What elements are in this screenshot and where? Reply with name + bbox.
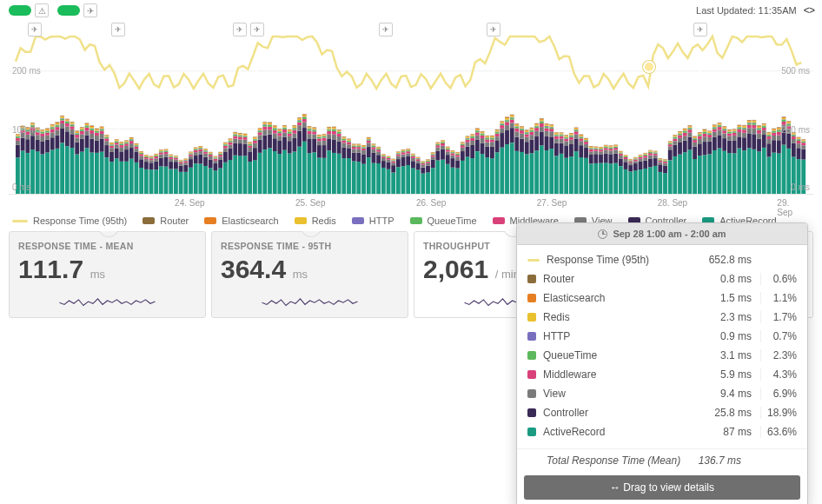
svg-rect-412 — [233, 132, 237, 133]
svg-rect-819 — [461, 161, 465, 194]
tooltip-header: Sep 28 1:00 am - 2:00 am — [517, 223, 807, 245]
svg-rect-1027 — [574, 139, 579, 151]
svg-rect-586 — [332, 139, 336, 153]
svg-rect-1400 — [777, 129, 781, 130]
legend-item-router[interactable]: Router — [143, 216, 189, 226]
status-pill-2[interactable]: ✈ — [57, 3, 97, 17]
legend-item-response_time_95th[interactable]: Response Time (95th) — [12, 216, 127, 226]
tooltip-row-router: Router0.8 ms0.6% — [517, 269, 807, 288]
svg-rect-696 — [391, 161, 395, 162]
svg-rect-1063 — [593, 154, 598, 163]
svg-rect-245 — [144, 159, 149, 162]
svg-rect-568 — [322, 145, 327, 158]
svg-rect-1077 — [599, 148, 603, 149]
svg-rect-1255 — [698, 135, 702, 136]
svg-rect-577 — [327, 139, 331, 150]
deploy-marker-icon[interactable]: ✈ — [693, 23, 707, 36]
svg-rect-1261 — [703, 142, 707, 155]
svg-rect-1125 — [628, 171, 633, 194]
svg-rect-964 — [540, 132, 544, 146]
legend-item-queuetime[interactable]: QueueTime — [410, 216, 477, 226]
svg-rect-1435 — [797, 139, 801, 141]
deploy-marker-icon[interactable]: ✈ — [250, 23, 264, 36]
svg-rect-515 — [293, 133, 297, 137]
svg-rect-730 — [411, 161, 415, 168]
svg-rect-1170 — [653, 166, 658, 194]
svg-rect-1029 — [574, 131, 579, 134]
hover-tooltip: Sep 28 1:00 am - 2:00 am Response Time (… — [516, 222, 808, 504]
status-pill-1[interactable]: ⚠ — [9, 3, 49, 17]
swatch-icon — [527, 313, 536, 322]
swatch-redis — [295, 217, 307, 224]
deploy-marker-icon[interactable]: ✈ — [111, 23, 125, 36]
svg-rect-189 — [115, 158, 119, 194]
svg-rect-1199 — [668, 146, 673, 149]
svg-rect-140 — [85, 125, 89, 126]
svg-rect-1426 — [792, 135, 796, 136]
svg-rect-1437 — [797, 138, 801, 139]
svg-rect-209 — [124, 146, 129, 149]
legend-item-redis[interactable]: Redis — [295, 216, 336, 226]
svg-rect-657 — [372, 163, 376, 194]
svg-rect-927 — [520, 152, 524, 194]
timeseries-chart[interactable]: 200 ms 100 ms 0 ms 500 ms 250 ms 0 ms ✈ … — [9, 21, 813, 195]
svg-rect-417 — [238, 136, 242, 139]
svg-rect-535 — [302, 117, 307, 119]
svg-rect-992 — [554, 139, 559, 143]
swatch-http — [352, 217, 364, 224]
deploy-marker-icon[interactable]: ✈ — [28, 23, 42, 36]
svg-rect-471 — [268, 127, 272, 129]
svg-rect-55 — [40, 141, 44, 154]
legend-item-elasticsearch[interactable]: Elasticsearch — [204, 216, 278, 226]
svg-rect-104 — [65, 122, 70, 123]
svg-rect-757 — [426, 166, 430, 173]
svg-rect-904 — [505, 120, 509, 122]
svg-rect-402 — [229, 140, 233, 141]
svg-rect-942 — [525, 131, 529, 132]
svg-rect-281 — [164, 154, 169, 157]
svg-rect-1264 — [703, 132, 707, 134]
svg-rect-724 — [406, 150, 410, 151]
svg-rect-387 — [223, 162, 228, 194]
tooltip-total-value: 136.7 ms — [682, 454, 750, 467]
svg-rect-1131 — [628, 160, 633, 161]
svg-rect-519 — [293, 126, 297, 128]
svg-rect-526 — [297, 121, 302, 123]
svg-rect-1149 — [639, 156, 643, 156]
svg-rect-641 — [361, 150, 366, 154]
svg-rect-895 — [500, 123, 504, 125]
svg-rect-173 — [104, 141, 109, 145]
svg-rect-149 — [89, 128, 94, 129]
svg-rect-1375 — [762, 123, 766, 124]
svg-rect-1397 — [777, 136, 781, 141]
svg-rect-87 — [56, 123, 60, 124]
svg-rect-394 — [223, 143, 228, 143]
svg-rect-1399 — [777, 130, 781, 132]
drag-to-view-details-button[interactable]: ↔ Drag to view details — [524, 475, 800, 500]
svg-rect-1271 — [707, 137, 712, 142]
svg-rect-1357 — [752, 120, 756, 121]
svg-rect-187 — [109, 143, 114, 143]
svg-rect-461 — [262, 129, 267, 135]
svg-rect-643 — [361, 147, 366, 148]
summary-card-response-time-mean[interactable]: RESPONSE TIME - MEAN 111.7 ms — [9, 231, 206, 318]
summary-card-response-time-95th[interactable]: RESPONSE TIME - 95TH 364.4 ms — [211, 231, 408, 318]
svg-rect-416 — [238, 139, 242, 143]
svg-rect-816 — [455, 153, 460, 154]
deploy-marker-icon[interactable]: ✈ — [487, 23, 500, 36]
prev-next-arrows[interactable]: < > — [804, 4, 813, 17]
svg-rect-182 — [109, 148, 114, 152]
legend-item-http[interactable]: HTTP — [352, 216, 394, 226]
svg-rect-483 — [273, 127, 277, 128]
svg-rect-1081 — [604, 154, 608, 163]
svg-rect-832 — [466, 138, 470, 139]
svg-rect-632 — [356, 149, 361, 152]
svg-rect-1161 — [648, 167, 653, 194]
deploy-marker-icon[interactable]: ✈ — [233, 23, 247, 36]
deploy-marker-icon[interactable]: ✈ — [379, 23, 393, 36]
svg-rect-1054 — [589, 155, 593, 163]
svg-rect-57 — [40, 134, 44, 136]
svg-rect-1046 — [584, 144, 588, 148]
svg-rect-703 — [396, 159, 401, 167]
svg-rect-408 — [233, 136, 237, 138]
